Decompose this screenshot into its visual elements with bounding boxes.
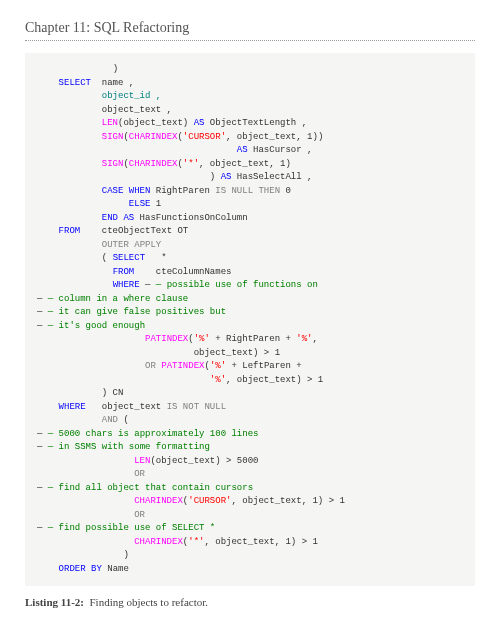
t: , object_text, 1)) <box>226 132 323 142</box>
t: RightParen <box>150 186 215 196</box>
kw: OR <box>134 510 145 520</box>
t: ) CN <box>102 388 124 398</box>
t: HasFunctionsOnColumn <box>134 213 247 223</box>
t: — <box>37 442 48 452</box>
t: — <box>37 523 48 533</box>
t: — <box>37 321 48 331</box>
t: ) <box>113 64 118 74</box>
str: '%' <box>296 334 312 344</box>
kw: APPLY <box>134 240 161 250</box>
t: object_text , <box>102 105 172 115</box>
kw: OUTER <box>102 240 129 250</box>
str: '%' <box>210 361 226 371</box>
t: , <box>312 334 317 344</box>
str: '%' <box>210 375 226 385</box>
fn: LEN <box>102 118 118 128</box>
fn: CHARINDEX <box>129 132 178 142</box>
kw: AS <box>237 145 248 155</box>
cm: — find all object that contain cursors <box>48 483 253 493</box>
kw: WHERE <box>59 402 86 412</box>
t: object_id , <box>102 91 161 101</box>
kw: WHERE <box>113 280 140 290</box>
t: (object_text) <box>118 118 194 128</box>
fn: CHARINDEX <box>134 496 183 506</box>
fn: PATINDEX <box>161 361 204 371</box>
t: name , <box>91 78 134 88</box>
t: (object_text) > 5000 <box>150 456 258 466</box>
cm: — it can give false positives but <box>48 307 226 317</box>
kw: FROM <box>113 267 135 277</box>
fn: CHARINDEX <box>134 537 183 547</box>
caption-label: Listing 11-2: <box>25 596 84 608</box>
t: * <box>145 253 167 263</box>
str: 'CURSOR' <box>188 496 231 506</box>
str: '*' <box>183 159 199 169</box>
t: , object_text) > 1 <box>226 375 323 385</box>
t: — <box>37 307 48 317</box>
kw: CASE WHEN <box>102 186 151 196</box>
t: — <box>37 483 48 493</box>
t: HasSelectAll , <box>231 172 312 182</box>
t: — <box>37 294 48 304</box>
kw: FROM <box>59 226 81 236</box>
kw: OR <box>145 361 156 371</box>
kw: END AS <box>102 213 134 223</box>
cm: — column in a where clause <box>48 294 188 304</box>
cm: — in SSMS with some formatting <box>48 442 210 452</box>
t: + RightParen + <box>210 334 296 344</box>
t: 1 <box>150 199 161 209</box>
t: + LeftParen + <box>226 361 302 371</box>
divider <box>25 40 475 41</box>
t: ( <box>102 253 113 263</box>
t: Name <box>102 564 129 574</box>
t: , object_text, 1) > 1 <box>204 537 317 547</box>
t: ( <box>118 415 129 425</box>
t: cteObjectText OT <box>80 226 188 236</box>
t: object_text <box>86 402 167 412</box>
caption-text: Finding objects to refactor. <box>89 596 208 608</box>
str: '%' <box>194 334 210 344</box>
cm: — possible use of functions on <box>156 280 318 290</box>
t: object_text) > 1 <box>194 348 280 358</box>
str: 'CURSOR' <box>183 132 226 142</box>
kw: IS NULL THEN <box>215 186 280 196</box>
chapter-title: Chapter 11: SQL Refactoring <box>25 20 475 36</box>
kw: ELSE <box>129 199 151 209</box>
t: , object_text, 1) > 1 <box>231 496 344 506</box>
kw: ORDER BY <box>59 564 102 574</box>
fn: SIGN <box>102 132 124 142</box>
fn: LEN <box>134 456 150 466</box>
t: cteColumnNames <box>134 267 231 277</box>
kw: AS <box>194 118 205 128</box>
cm: — it's good enough <box>48 321 145 331</box>
cm: — 5000 chars is approximately 100 lines <box>48 429 259 439</box>
kw: AND <box>102 415 118 425</box>
kw: IS NOT NULL <box>167 402 226 412</box>
fn: PATINDEX <box>145 334 188 344</box>
t: ObjectTextLength , <box>204 118 307 128</box>
t: 0 <box>280 186 291 196</box>
kw: OR <box>134 469 145 479</box>
code-listing: ) SELECT name , object_id , object_text … <box>25 53 475 586</box>
kw: SELECT <box>113 253 145 263</box>
t: — <box>140 280 156 290</box>
t: ) <box>210 172 221 182</box>
str: '*' <box>188 537 204 547</box>
t: — <box>37 429 48 439</box>
cm: — find possible use of SELECT * <box>48 523 215 533</box>
t: , object_text, 1) <box>199 159 291 169</box>
listing-caption: Listing 11-2: Finding objects to refacto… <box>25 596 475 608</box>
kw: SELECT <box>59 78 91 88</box>
fn: CHARINDEX <box>129 159 178 169</box>
kw: AS <box>221 172 232 182</box>
t: ) <box>123 550 128 560</box>
fn: SIGN <box>102 159 124 169</box>
t: HasCursor , <box>248 145 313 155</box>
